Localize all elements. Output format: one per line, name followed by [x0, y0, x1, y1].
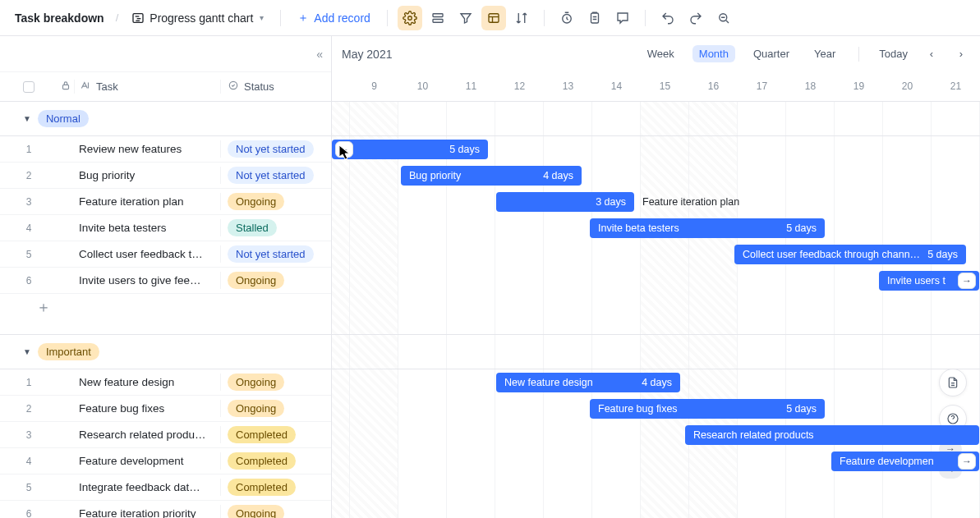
add-record-button[interactable]: ＋ Add record	[291, 7, 376, 29]
group-bottom-border	[332, 320, 980, 335]
task-name-cell[interactable]: Review new features	[58, 143, 220, 155]
collapse-left-icon[interactable]: «	[316, 48, 323, 61]
clock-icon	[559, 11, 574, 25]
gantt-bar-label: Collect user feedback through chann…	[743, 249, 921, 260]
row-index: 1	[0, 377, 58, 388]
group-header[interactable]: ▼ Normal	[0, 102, 331, 136]
status-cell[interactable]: Ongoing	[220, 505, 331, 518]
collapse-icon[interactable]: ▼	[23, 347, 31, 356]
gantt-bar[interactable]: Bug priority4 days	[401, 166, 582, 186]
bar-extend-right-handle[interactable]: →	[958, 273, 976, 289]
status-cell[interactable]: Not yet started	[220, 167, 331, 184]
status-cell[interactable]: Stalled	[220, 219, 331, 236]
status-cell[interactable]: Not yet started	[220, 245, 331, 263]
breadcrumb-root[interactable]: Task breakdown	[10, 8, 109, 28]
table-row[interactable]: 1 New feature design Ongoing	[0, 369, 331, 396]
gantt-bar[interactable]: Research related products	[685, 425, 979, 445]
table-row[interactable]: 3 Research related produ… Completed	[0, 422, 331, 448]
timeline-next[interactable]: ›	[952, 48, 970, 60]
reminders-button[interactable]	[554, 6, 579, 30]
task-column-header[interactable]: Task	[74, 80, 220, 94]
undo-button[interactable]	[656, 6, 680, 30]
status-cell[interactable]: Not yet started	[220, 140, 331, 158]
table-row[interactable]: 3 Feature iteration plan Ongoing	[0, 189, 331, 215]
gantt-bar[interactable]: 3 days	[496, 192, 634, 212]
today-button[interactable]: Today	[876, 45, 911, 62]
status-cell[interactable]: Ongoing	[220, 193, 331, 210]
period-year[interactable]: Year	[807, 45, 842, 62]
table-row[interactable]: 1 Review new features Not yet started	[0, 136, 331, 163]
gantt-bar[interactable]: New feature design4 days	[496, 373, 680, 392]
task-name-cell[interactable]: Feature bug fixes	[58, 402, 220, 415]
status-badge: Ongoing	[228, 374, 284, 391]
status-cell[interactable]: Ongoing	[220, 374, 331, 391]
status-field-icon	[228, 80, 239, 94]
status-cell[interactable]: Ongoing	[220, 272, 331, 289]
table-row[interactable]: 2 Feature bug fixes Ongoing	[0, 396, 331, 422]
gantt-bar[interactable]: Feature developmen	[831, 452, 979, 471]
layout-icon	[486, 11, 501, 25]
task-name-cell[interactable]: Bug priority	[58, 169, 220, 181]
gantt-bar[interactable]: Invite beta testers5 days	[590, 218, 825, 238]
svg-point-4	[408, 16, 412, 20]
svg-rect-5	[433, 13, 443, 16]
row-index: 5	[0, 249, 58, 260]
status-cell[interactable]: Completed	[220, 452, 331, 470]
add-row-button[interactable]: ＋	[0, 294, 331, 320]
task-name-cell[interactable]: Invite beta testers	[58, 222, 220, 234]
period-quarter[interactable]: Quarter	[747, 45, 796, 62]
gantt-bar[interactable]: Feature bug fixes5 days	[590, 399, 825, 419]
period-week[interactable]: Week	[641, 45, 681, 62]
period-month[interactable]: Month	[692, 45, 735, 62]
svg-rect-7	[489, 13, 499, 22]
status-column-header[interactable]: Status	[220, 80, 331, 94]
day-header: 18	[786, 80, 835, 92]
gantt-bar[interactable]: Collect user feedback through chann…5 da…	[734, 245, 966, 264]
collapse-icon[interactable]: ▼	[23, 114, 31, 123]
layout-button[interactable]	[481, 6, 506, 30]
lock-icon	[60, 80, 71, 94]
group-button[interactable]	[426, 6, 450, 30]
status-cell[interactable]: Ongoing	[220, 400, 331, 417]
bar-extend-right-handle[interactable]: →	[958, 453, 976, 470]
redo-button[interactable]	[683, 6, 708, 30]
filter-button[interactable]	[453, 6, 478, 30]
settings-button[interactable]	[398, 6, 422, 30]
task-name-cell[interactable]: Feature iteration plan	[58, 195, 220, 208]
sort-button[interactable]	[509, 6, 534, 30]
table-row[interactable]: 6 Feature iteration priority Ongoing	[0, 501, 331, 518]
status-cell[interactable]: Completed	[220, 479, 331, 496]
gantt-row: a5 days←	[332, 136, 980, 163]
comments-button[interactable]	[610, 6, 635, 30]
task-name-cell[interactable]: Invite users to give fee…	[58, 274, 220, 287]
timeline-prev[interactable]: ‹	[922, 48, 941, 60]
table-row[interactable]: 2 Bug priority Not yet started	[0, 163, 331, 189]
table-row[interactable]: 4 Feature development Completed	[0, 448, 331, 474]
task-name-cell[interactable]: New feature design	[58, 376, 220, 388]
row-index: 6	[0, 275, 58, 287]
bar-extend-left-handle[interactable]: ←	[335, 141, 353, 158]
gantt-row	[332, 501, 980, 518]
table-row[interactable]: 6 Invite users to give fee… Ongoing	[0, 268, 331, 294]
undo-icon	[660, 11, 675, 25]
checklist-button[interactable]	[582, 6, 607, 30]
sort-icon	[514, 11, 529, 25]
task-name-cell[interactable]: Collect user feedback t…	[58, 248, 220, 260]
status-cell[interactable]: Completed	[220, 426, 331, 443]
task-name-cell[interactable]: Feature development	[58, 455, 220, 467]
table-row[interactable]: 5 Integrate feedback dat… Completed	[0, 474, 331, 501]
gantt-bar[interactable]: a5 days	[332, 140, 488, 159]
task-name-cell[interactable]: Integrate feedback dat…	[58, 481, 220, 493]
task-name-cell[interactable]: Feature iteration priority	[58, 507, 220, 518]
view-selector[interactable]: Progress gantt chart ▾	[125, 8, 270, 28]
table-row[interactable]: 4 Invite beta testers Stalled	[0, 215, 331, 241]
search-button[interactable]	[711, 6, 736, 30]
day-header: 20	[883, 80, 932, 92]
table-row[interactable]: 5 Collect user feedback t… Not yet start…	[0, 241, 331, 268]
row-index: 1	[0, 144, 58, 155]
view-selector-label: Progress gantt chart	[150, 11, 253, 25]
group-header[interactable]: ▼ Important	[0, 335, 331, 369]
select-all-checkbox[interactable]	[23, 81, 35, 93]
task-name-cell[interactable]: Research related produ…	[58, 429, 220, 441]
separator	[387, 10, 388, 26]
